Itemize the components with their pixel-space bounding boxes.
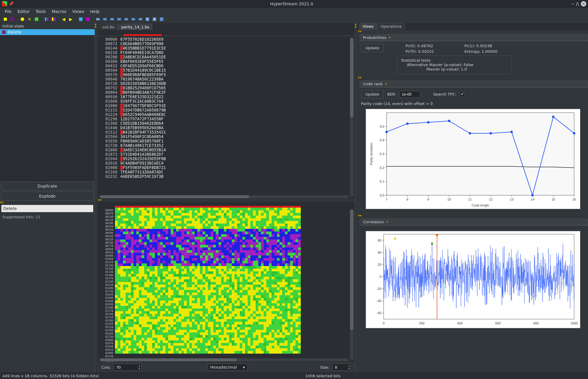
hex-row[interactable]: 01224 6652C9465AAB408E8C [100,112,353,117]
inspect-field[interactable]: Delete [1,205,93,212]
duplicate-button[interactable]: Duplicate [1,182,93,191]
right-splitter-3[interactable]: ▾▾ [358,214,588,217]
tb-icon-14[interactable] [109,16,115,22]
tb-icon-20[interactable]: A [152,16,157,22]
hex-row[interactable]: 020160C4ADB4F99138CAEC4 [100,161,353,165]
size-input[interactable] [334,365,349,370]
tb-icon-18[interactable] [137,16,143,22]
spinner-arrows-icon[interactable]: ▴▾ [349,365,350,370]
hex-row[interactable]: 009361877E6E325D3221E22 [100,95,353,99]
coderank-update-button[interactable]: Update [361,90,384,99]
tb-icon-4[interactable]: ✕ [27,16,32,22]
explode-button[interactable]: Explode [1,192,93,201]
right-splitter-1[interactable]: ▾▾ [358,30,588,33]
tb-icon-3[interactable] [19,16,25,22]
menu-editor[interactable]: Editor [14,8,32,15]
hex-row[interactable]: 01368C5ED1DB150462E8D64 [100,121,353,126]
menu-views[interactable]: Views [69,8,87,15]
tab-parity-14-1-bs[interactable]: parity_14_1.bs [118,24,152,30]
tb-icon-7[interactable] [51,16,57,22]
matrix-scrollbar-v[interactable] [350,209,354,360]
prob-update-button[interactable]: Update [361,44,384,52]
maximize-icon[interactable]: ⋀ [576,1,579,6]
hex-scrollbar-h[interactable] [100,195,349,198]
tab-views[interactable]: Views [359,23,377,30]
matrix-viewer[interactable]: 00000 00070 00140 00210 00280 00350 0042… [98,202,355,362]
tb-icon-16[interactable] [123,16,129,22]
spinner-arrows-icon[interactable]: ▴▾ [139,365,140,370]
pin-icon[interactable]: 📌 [9,1,14,6]
hex-row[interactable]: 00288 2ABE8CEC6AA45051EE [100,55,353,59]
hex-row[interactable]: 01656FB069A0CAD385708F1 [100,139,353,143]
matrix-scrollbar-h[interactable] [100,358,349,361]
macro-list[interactable]: Delete [0,29,95,181]
macro-item-delete[interactable]: Delete [0,29,95,35]
tab-out-bs[interactable]: out.bs [99,24,117,30]
hex-row[interactable]: 01512 B41B1BF94F73535421 [100,130,353,134]
menu-tools[interactable]: Tools [33,8,49,15]
tb-icon-11[interactable] [85,16,91,22]
tb-icon-8[interactable]: ◀ [61,16,67,22]
hex-row[interactable]: 00432C0FAED51D9AF66CBD6 [100,64,353,68]
hex-row[interactable]: 00720502815058B6138E20DB [100,81,353,86]
right-splitter-2[interactable]: ▾▾ [358,76,588,79]
hex-row[interactable]: 01944 952926232435D55F6B [100,157,353,161]
hex-row[interactable]: 01800 3A6EC324E8C0D55B14 [100,148,353,152]
hex-row[interactable]: 021607FEA8F73132DA87ADC [100,170,353,174]
hex-row[interactable]: 01584301F5490F2C0DA0854 [100,134,353,139]
center-splitter[interactable]: ▾▾ [98,199,355,202]
hex-row[interactable]: 00144 4635BBB1D7791E3C92 [100,46,353,50]
tb-icon-1[interactable] [2,16,8,22]
coderank-plot[interactable]: 0.00.10.20.30.40.578910111213141516Code … [366,109,580,209]
hex-row[interactable]: 01152 52D47DB672A850679B [100,108,353,112]
hex-row[interactable]: 00504 57B1D44189C0C1BE15 [100,68,353,73]
encoding-combo[interactable]: Hexadecimal ▾ [208,364,248,371]
hex-row[interactable]: 01080 10479A77DF0DC5F91E [100,104,353,108]
tb-icon-15[interactable] [116,16,122,22]
tb-icon-13[interactable] [102,16,108,22]
correlation-plot[interactable]: -60-40-20020406002004006008001000 [366,231,580,328]
hex-row[interactable]: 00864 B0FB94BD3AB7CF9E2F [100,90,353,95]
correlation-header[interactable]: Correlation☀ [360,219,588,225]
hex-row[interactable]: 0129612D2797A72F734558F [100,117,353,121]
hex-row[interactable]: 00576 986E968FBE885F69F3 [100,73,353,77]
splitter-center-right[interactable]: ▸▸ [355,23,358,373]
ber-input[interactable] [400,91,420,98]
size-spinner[interactable]: ▴▾ [332,364,351,371]
tb-icon-12[interactable] [95,16,101,22]
tb-icon-5[interactable] [34,16,40,22]
tb-icon-6[interactable] [44,16,50,22]
hex-row[interactable]: 00792 01B82529400FC07565 [100,86,353,90]
minimize-icon[interactable]: ─ [571,1,574,6]
menu-help[interactable]: Help [87,8,103,15]
hex-row[interactable]: 006487819674BA50C2236BA [100,77,353,81]
coderank-header[interactable]: Code rank☀ [360,81,588,87]
hex-viewer[interactable]: 0000067F557026D10236E6900072C6EA64B8577D… [98,30,355,199]
left-splitter[interactable]: ▾▾ [0,201,95,204]
probabilities-header[interactable]: Probabilities☀ [360,34,588,41]
menu-file[interactable]: File [2,8,14,15]
hex-row[interactable]: 00360EBAF6692E0F55E5F65 [100,59,353,64]
hex-row[interactable]: 01008928FF3C2ACA0B3C7A4 [100,99,353,104]
tab-operations[interactable]: Operations [377,23,405,30]
hex-row[interactable]: 00216FC04F404EE19CA7D8D [100,50,353,55]
tb-icon-2[interactable] [9,16,15,22]
hex-row[interactable]: 01440D41B7EB995E620A9BA [100,126,353,130]
hex-row[interactable]: 00072C6EA64B8577D93F998 [100,42,353,46]
tb-icon-9[interactable]: ▶ [68,16,74,22]
splitter-left-center[interactable]: ▸▸ [95,23,98,373]
menu-macros[interactable]: Macros [49,8,69,15]
tb-icon-10[interactable] [78,16,84,22]
hex-row[interactable]: 022324ADE858D2F59C1973B [100,174,353,179]
hex-row[interactable]: 0000067F557026D10236E69 [100,37,353,42]
hex-scrollbar-v[interactable] [350,38,354,197]
hex-row[interactable]: 02088 F5F5985FADEF8DB721 [100,165,353,170]
hex-row[interactable]: 0172867A8B140617CE73352 [100,143,353,148]
cols-input[interactable] [115,365,139,370]
tb-icon-17[interactable] [130,16,136,22]
tb-icon-19[interactable]: V [144,16,150,22]
close-icon[interactable]: ✕ [581,1,586,6]
tb-icon-21[interactable] [159,16,165,22]
hex-row[interactable]: 018725731D4D41A38E862D7 [100,152,353,157]
tpc-checkbox[interactable]: ✔ [460,92,464,97]
